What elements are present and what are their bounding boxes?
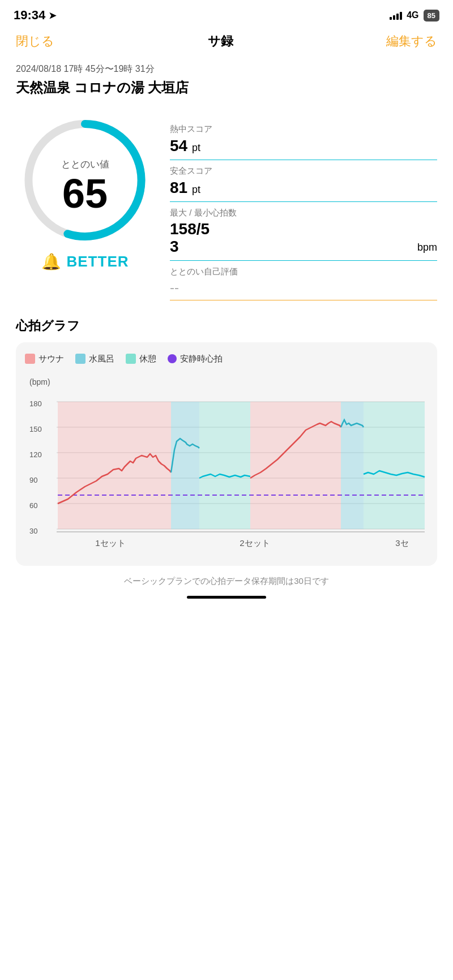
network-label: 4G (407, 10, 418, 20)
score-item-heat: 熱中スコア 54 pt (170, 118, 437, 160)
heartrate-value2: 3 (170, 238, 210, 256)
self-eval-label: ととのい自己評価 (170, 267, 437, 277)
self-eval-value: -- (170, 280, 437, 295)
heart-rate-chart: (bpm) 180 150 120 90 60 30 (25, 373, 428, 557)
legend-sauna: サウナ (25, 354, 64, 364)
circle-value: 65 (61, 173, 109, 214)
safety-score-value: 81 pt (170, 179, 437, 197)
better-label: BETTER (67, 253, 129, 270)
graph-title: 心拍グラフ (16, 317, 437, 334)
safety-score-label: 安全スコア (170, 166, 437, 177)
svg-text:120: 120 (29, 450, 42, 459)
svg-text:180: 180 (29, 399, 42, 408)
graph-section: 心拍グラフ サウナ 水風呂 休憩 安静時心拍 (0, 312, 453, 566)
svg-rect-20 (364, 402, 425, 529)
legend-sauna-color (25, 354, 35, 364)
bell-icon: 🔔 (41, 252, 61, 271)
svg-text:90: 90 (29, 476, 37, 484)
location-arrow-icon: ➤ (49, 10, 56, 21)
score-panel: 熱中スコア 54 pt 安全スコア 81 pt 最大 / 最小心拍数 158/5… (170, 113, 437, 300)
home-indicator (187, 596, 266, 599)
legend-rest-label: 休憩 (139, 354, 156, 364)
svg-rect-15 (58, 402, 171, 529)
chart-svg: (bpm) 180 150 120 90 60 30 (25, 373, 428, 555)
heartrate-label: 最大 / 最小心拍数 (170, 208, 437, 218)
better-row: 🔔 BETTER (41, 252, 129, 271)
nav-bar: 閉じる サ録 編集する (0, 27, 453, 57)
heat-score-label: 熱中スコア (170, 124, 437, 135)
svg-text:150: 150 (29, 425, 42, 433)
heartrate-unit: bpm (417, 242, 437, 256)
bottom-notice-text: ベーシックプランでの心拍データ保存期間は30日です (124, 576, 329, 586)
legend-sauna-label: サウナ (39, 354, 64, 364)
svg-rect-16 (171, 402, 199, 529)
legend-resting-hr-color (168, 354, 177, 363)
signal-icon (390, 11, 402, 20)
graph-legend: サウナ 水風呂 休憩 安静時心拍 (25, 354, 428, 364)
score-item-heartrate: 最大 / 最小心拍数 158/5 3 bpm (170, 202, 437, 261)
heartrate-value1: 158/5 (170, 221, 210, 238)
heat-score-value: 54 pt (170, 137, 437, 155)
close-button[interactable]: 閉じる (16, 33, 54, 50)
svg-rect-17 (199, 402, 250, 529)
legend-cold: 水風呂 (75, 354, 114, 364)
svg-text:3セ: 3セ (395, 538, 408, 548)
session-date: 2024/08/18 17時 45分〜19時 31分 (16, 63, 437, 75)
graph-card: サウナ 水風呂 休憩 安静時心拍 (bpm) 180 (16, 342, 437, 566)
legend-cold-label: 水風呂 (89, 354, 114, 364)
legend-resting-hr-label: 安静時心拍 (180, 354, 223, 364)
legend-rest-color (126, 354, 136, 364)
status-bar: 19:34 ➤ 4G 85 (0, 0, 453, 27)
legend-rest: 休憩 (126, 354, 156, 364)
bottom-notice: ベーシックプランでの心拍データ保存期間は30日です (0, 566, 453, 592)
nav-title: サ録 (208, 33, 233, 50)
score-item-safety: 安全スコア 81 pt (170, 160, 437, 202)
edit-button[interactable]: 編集する (386, 33, 437, 50)
circle-center: ととのい値 65 (61, 158, 109, 214)
svg-text:1セット: 1セット (95, 538, 125, 548)
circle-score-container: ととのい値 65 🔔 BETTER (11, 113, 159, 271)
session-location: 天然温泉 コロナの湯 大垣店 (16, 79, 437, 97)
legend-cold-color (75, 354, 86, 364)
svg-text:30: 30 (29, 527, 37, 535)
status-time: 19:34 ➤ (14, 8, 56, 23)
status-right: 4G 85 (390, 10, 439, 22)
legend-resting-hr: 安静時心拍 (168, 354, 223, 364)
circle-label: ととのい値 (61, 158, 109, 171)
svg-text:(bpm): (bpm) (29, 377, 50, 386)
session-info: 2024/08/18 17時 45分〜19時 31分 天然温泉 コロナの湯 大垣… (0, 57, 453, 101)
svg-text:60: 60 (29, 501, 37, 510)
score-item-self: ととのい自己評価 -- (170, 261, 437, 300)
score-section: ととのい値 65 🔔 BETTER 熱中スコア 54 pt 安全スコア 81 p… (0, 101, 453, 312)
svg-text:2セット: 2セット (240, 538, 270, 548)
svg-rect-18 (250, 402, 341, 529)
battery-indicator: 85 (424, 10, 439, 22)
